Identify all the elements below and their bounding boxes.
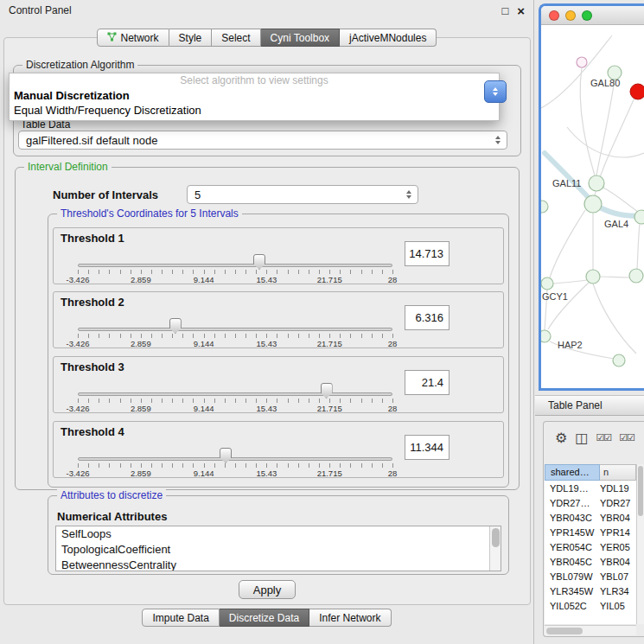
group-title: Threshold's Coordinates for 5 Intervals bbox=[57, 207, 242, 220]
zoom-traffic-light[interactable] bbox=[582, 10, 592, 21]
network-node bbox=[586, 270, 600, 284]
table-panel-window: ⚙ ◫ ☑☑ ☑☑ shared… n YDL19…YDL19 YDR27…YD… bbox=[543, 421, 644, 637]
table-body[interactable]: YDL19…YDL19 YDR27…YDR27 YBR043CYBR04 YPR… bbox=[545, 481, 636, 624]
attributes-list[interactable]: SelfLoops TopologicalCoefficient Between… bbox=[55, 526, 501, 571]
slider-thumb[interactable] bbox=[321, 383, 333, 399]
dropdown-option-equal-width[interactable]: Equal Width/Frequency Discretization bbox=[10, 103, 499, 118]
group-title: Interval Definition bbox=[24, 161, 112, 173]
close-traffic-light[interactable] bbox=[549, 10, 559, 21]
tick-label: 15.43 bbox=[257, 275, 277, 284]
table-row[interactable]: YER054CYER05 bbox=[545, 539, 636, 554]
select-all-icon[interactable]: ☑☑ bbox=[596, 432, 611, 443]
bottom-tab-bar: Impute Data Discretize Data Infer Networ… bbox=[0, 609, 533, 627]
columns-icon[interactable]: ◫ bbox=[575, 430, 588, 446]
tab-infer-network[interactable]: Infer Network bbox=[309, 609, 391, 627]
network-node bbox=[541, 201, 548, 213]
horizontal-scrollbar[interactable] bbox=[545, 625, 636, 635]
float-window-icon[interactable]: □ bbox=[501, 5, 508, 16]
threshold-1-panel: Threshold 1 -3.426 2.859 9.144 15.43 21.… bbox=[53, 227, 504, 284]
column-header-name[interactable]: n bbox=[600, 464, 636, 481]
table-row[interactable]: YPR145WYPR14 bbox=[545, 525, 636, 539]
tick-label: 28 bbox=[388, 404, 398, 413]
slider-ticks bbox=[78, 399, 393, 403]
table-row[interactable]: YIL052CYIL05 bbox=[545, 598, 636, 613]
network-node bbox=[613, 354, 625, 367]
gear-icon[interactable]: ⚙ bbox=[555, 430, 567, 446]
tick-label: 21.715 bbox=[317, 339, 342, 348]
table-header-row: shared… n bbox=[545, 464, 636, 481]
tick-label: 21.715 bbox=[317, 404, 342, 413]
network-canvas[interactable]: GAL80 GAL11 GAL4 GCY1 HAP2 bbox=[541, 25, 644, 388]
vertical-scrollbar[interactable] bbox=[636, 464, 644, 624]
threshold-label: Threshold 4 bbox=[61, 425, 124, 438]
table-row[interactable]: YDL19…YDL19 bbox=[545, 481, 636, 495]
list-item[interactable]: TopologicalCoefficient bbox=[56, 542, 501, 558]
network-node-pink bbox=[577, 57, 587, 67]
table-row[interactable]: YLR345WYLR34 bbox=[545, 583, 636, 598]
tick-label: 21.715 bbox=[317, 275, 342, 284]
group-title: Attributes to discretize bbox=[57, 489, 166, 501]
slider-tick-labels: -3.426 2.859 9.144 15.43 21.715 28 bbox=[78, 339, 392, 348]
threshold-label: Threshold 3 bbox=[61, 360, 124, 373]
tab-style[interactable]: Style bbox=[169, 29, 213, 47]
number-of-intervals-label: Number of Intervals bbox=[53, 188, 158, 201]
tick-label: 28 bbox=[388, 339, 398, 348]
select-functions-icon[interactable]: ☑☑ bbox=[619, 432, 634, 443]
tick-label: 28 bbox=[388, 469, 398, 478]
network-view-window: GAL80 GAL11 GAL4 GCY1 HAP2 bbox=[539, 3, 644, 391]
tick-label: 2.859 bbox=[131, 469, 151, 478]
node-label: HAP2 bbox=[558, 340, 583, 350]
tab-jactivemnodules[interactable]: jActiveMNodules bbox=[340, 29, 437, 47]
group-title: Discretization Algorithm bbox=[22, 59, 137, 71]
slider-thumb[interactable] bbox=[220, 448, 232, 463]
tick-label: 9.144 bbox=[194, 404, 214, 413]
tab-label: Select bbox=[221, 32, 250, 44]
network-node bbox=[584, 195, 602, 213]
table-row[interactable]: YDR27…YDR27 bbox=[545, 495, 636, 510]
tick-label: -3.426 bbox=[67, 469, 90, 478]
slider-track[interactable] bbox=[78, 392, 392, 396]
tab-cyni-toolbox[interactable]: Cyni Toolbox bbox=[261, 29, 340, 47]
list-item[interactable]: BetweennessCentrality bbox=[56, 558, 501, 571]
node-label: GAL80 bbox=[590, 78, 620, 88]
screen: Control Panel □ × Net bbox=[0, 0, 644, 644]
list-item[interactable]: SelfLoops bbox=[56, 526, 501, 542]
slider-track[interactable] bbox=[78, 457, 392, 461]
tab-network[interactable]: Network bbox=[97, 29, 169, 47]
slider-track[interactable] bbox=[78, 328, 392, 331]
tab-label: jActiveMNodules bbox=[349, 32, 426, 44]
tick-label: 15.43 bbox=[257, 339, 277, 348]
dropdown-option-manual[interactable]: Manual Discretization bbox=[10, 88, 499, 103]
minimize-traffic-light[interactable] bbox=[565, 10, 576, 21]
number-of-intervals-select[interactable]: 5 bbox=[187, 185, 418, 204]
cyni-toolbox-panel: Discretization Algorithm Table Data galF… bbox=[3, 37, 531, 605]
threshold-label: Threshold 2 bbox=[61, 296, 124, 309]
threshold-value-input[interactable]: 11.344 bbox=[405, 435, 450, 460]
vertical-scrollbar[interactable] bbox=[489, 526, 501, 571]
algorithm-combo-button[interactable] bbox=[484, 80, 507, 103]
tick-label: 9.144 bbox=[194, 469, 214, 478]
tab-select[interactable]: Select bbox=[212, 29, 260, 47]
close-icon[interactable]: × bbox=[517, 5, 525, 16]
tab-label: Network bbox=[121, 32, 159, 44]
tab-discretize-data[interactable]: Discretize Data bbox=[220, 609, 309, 627]
network-window-titlebar bbox=[541, 6, 644, 25]
tick-label: 2.859 bbox=[131, 404, 151, 413]
column-header-shared-name[interactable]: shared… bbox=[545, 464, 600, 481]
table-data-select[interactable]: galFiltered.sif default node bbox=[18, 131, 507, 150]
node-label: GCY1 bbox=[542, 291, 568, 302]
threshold-value-input[interactable]: 21.4 bbox=[405, 370, 450, 395]
table-row[interactable]: YBL079WYBL07 bbox=[545, 569, 636, 583]
table-row[interactable]: YBR045CYBR04 bbox=[545, 554, 636, 569]
table-toolbar: ⚙ ◫ ☑☑ ☑☑ bbox=[544, 422, 644, 453]
table-row[interactable]: YBR043CYBR04 bbox=[545, 510, 636, 525]
slider-thumb[interactable] bbox=[169, 318, 182, 334]
tab-impute-data[interactable]: Impute Data bbox=[142, 609, 219, 627]
slider-track[interactable] bbox=[78, 264, 392, 267]
slider-thumb[interactable] bbox=[253, 254, 265, 270]
slider-ticks bbox=[78, 270, 393, 274]
threshold-value-input[interactable]: 6.316 bbox=[405, 305, 450, 330]
apply-button[interactable]: Apply bbox=[239, 580, 296, 599]
threshold-value-input[interactable]: 14.713 bbox=[405, 241, 450, 266]
tab-label: Cyni Toolbox bbox=[271, 32, 329, 44]
